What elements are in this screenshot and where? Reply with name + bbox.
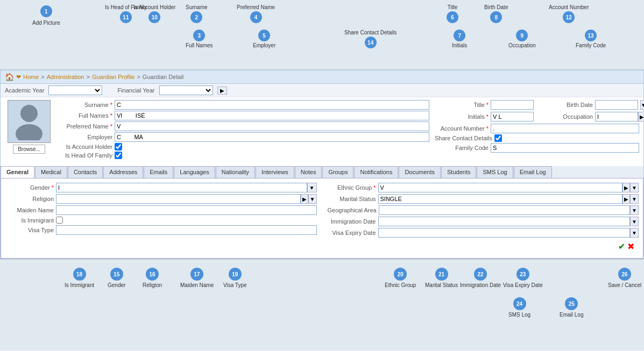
annotation-12: Account Number 12 [549,4,589,23]
annotation-7: 7 Initials [452,30,467,48]
marital-status-row: Marital Status ▶ ▼ [328,194,639,204]
visa-expiry-picker[interactable]: ▼ [630,228,639,238]
family-code-input[interactable] [491,143,639,153]
religion-lookup[interactable]: ▶ [301,194,308,204]
annotation-21: 21 Marital Status [425,268,458,288]
breadcrumb-detail: Guardian Detail [143,74,183,80]
academic-year-label: Academic Year [5,87,44,94]
annotation-23: 23 Visa Expiry Date [503,268,543,288]
annotation-17: 17 Maiden Name [180,268,214,288]
tab-documents[interactable]: Documents [399,166,441,178]
tab-groups[interactable]: Groups [322,166,353,178]
visa-expiry-input[interactable] [378,228,631,238]
tabs-bar: General Medical Contacts Addresses Email… [1,166,643,178]
occupation-row: Occupation ▶ ▼ [539,112,644,121]
account-number-row: Account Number * [435,124,639,133]
academic-year-select[interactable] [48,85,102,95]
annotation-16: 16 Religion [143,268,162,288]
head-family-checkbox[interactable] [115,152,122,159]
annotation-24: 24 SMS Log [508,297,530,318]
religion-input[interactable] [56,194,301,204]
annotation-18: 18 Is Immigrant [65,268,94,288]
birth-date-picker[interactable]: ▼ [640,100,644,110]
tab-interviews[interactable]: Interviews [256,166,294,178]
tab-addresses[interactable]: Addresses [103,166,143,178]
maiden-name-input[interactable] [56,205,317,215]
initials-input[interactable] [491,112,534,121]
annotation-5: 5 Employer [253,30,275,48]
account-holder-checkbox[interactable] [115,143,122,151]
employer-row: Employer [59,132,429,142]
birth-date-row: Birth Date ▼ [539,100,644,110]
title-input[interactable] [491,100,534,110]
occupation-input[interactable] [595,112,638,121]
annotation-19: 19 Visa Type [223,268,247,288]
tab-nationality[interactable]: Nationality [216,166,255,178]
fullnames-input[interactable] [115,111,429,120]
breadcrumb-profile[interactable]: Guardian Profile [92,74,135,80]
surname-row: Surname * [59,100,429,110]
general-tab-content: Gender * ▼ Religion ▶ ▼ Maiden Name [1,178,643,259]
tab-emails[interactable]: Emails [144,166,173,178]
ethnic-group-input[interactable] [378,183,623,192]
geo-dropdown[interactable]: ▼ [630,205,639,215]
marital-dropdown[interactable]: ▶ [622,194,630,204]
tab-notes[interactable]: Notes [295,166,322,178]
account-number-input[interactable] [491,124,639,133]
share-contact-row: Share Contact Details [435,134,639,142]
is-immigrant-checkbox[interactable] [56,217,63,224]
title-row: Title * [435,100,534,110]
tab-sms-log[interactable]: SMS Log [477,166,513,178]
share-contact-checkbox[interactable] [494,134,502,142]
tab-students[interactable]: Students [441,166,476,178]
visa-type-input[interactable] [56,225,317,235]
visa-type-row: Visa Type [5,225,317,235]
annotation-15: 15 Gender [108,268,125,288]
annotation-3: 3 Full Names [186,30,213,48]
immigration-date-input[interactable] [378,217,631,226]
annotation-4: Preferred Name 4 [237,4,275,23]
marital-status-input[interactable] [378,194,623,204]
geographical-area-input[interactable] [379,205,630,215]
ethnic-group-lookup[interactable]: ▶ [622,183,630,192]
save-button[interactable]: ✔ [618,241,625,252]
visa-expiry-row: Visa Expiry Date ▼ [328,228,639,238]
browse-button[interactable]: Browse... [13,145,45,154]
tab-languages[interactable]: Languages [174,166,215,178]
tab-medical[interactable]: Medical [35,166,67,178]
gender-row: Gender * ▼ [5,183,317,192]
save-cancel-bar: ✔ ✖ [5,239,639,254]
tab-notifications[interactable]: Notifications [354,166,398,178]
breadcrumb-admin[interactable]: Administration [47,74,84,80]
annotation-8: Birth Date 8 [484,4,508,23]
annotation-9: 9 Occupation [508,30,536,48]
surname-input[interactable] [115,100,429,110]
religion-dropdown[interactable]: ▼ [308,194,317,204]
geographical-area-row: Geographical Area ▼ [328,205,639,215]
breadcrumb-home[interactable]: Home [23,74,39,80]
financial-year-label: Financial Year [117,87,154,94]
cancel-button[interactable]: ✖ [627,241,634,252]
gender-input[interactable] [56,183,307,192]
immigration-date-picker[interactable]: ▼ [630,217,639,226]
annotation-2: Surname 2 [186,4,208,23]
annotation-13: 13 Family Code [576,30,606,48]
tab-email-log[interactable]: Email Log [514,166,552,178]
occupation-lookup[interactable]: ▶ [638,112,644,121]
ethnic-group-dropdown[interactable]: ▼ [630,183,639,192]
initials-row: Initials * [435,112,534,121]
birth-date-input[interactable] [595,100,638,110]
financial-year-select[interactable] [159,85,213,95]
acad-go-button[interactable]: ▶ [217,87,227,95]
tab-general[interactable]: General [1,166,34,178]
tab-contacts[interactable]: Contacts [68,166,103,178]
annotation-26: 26 Save / Cancel [608,268,641,288]
family-code-row: Family Code [435,143,639,153]
svg-point-0 [20,105,38,122]
annotation-14: Share Contact Details 14 [344,30,397,48]
marital-dropdown2[interactable]: ▼ [630,194,639,204]
preferred-input[interactable] [115,121,429,131]
annotation-1: 1 Add Picture [32,5,60,26]
employer-input[interactable] [115,132,429,142]
gender-dropdown[interactable]: ▼ [307,183,317,192]
